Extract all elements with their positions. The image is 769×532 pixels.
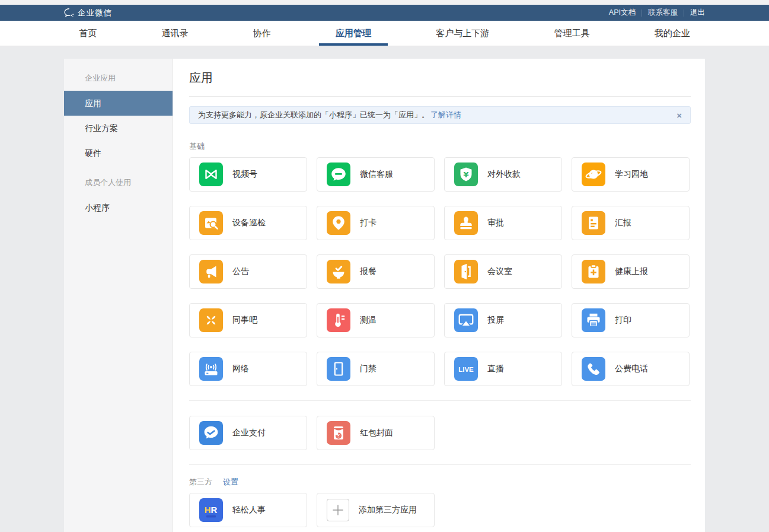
app-label: 投屏 [487, 315, 504, 326]
add-plus-icon [327, 498, 349, 522]
third-party-settings-link[interactable]: 设置 [223, 477, 238, 488]
app-card-free-call[interactable]: 公费电话 [572, 352, 690, 386]
nav-tab-app-management[interactable]: 应用管理 [332, 21, 375, 46]
app-label: 审批 [487, 218, 504, 228]
main-panel: 应用 为支持更多能力，原企业关联添加的「小程序」已统一为「应用」。了解详情 × … [173, 59, 706, 532]
section-divider [189, 400, 691, 401]
app-card-screen-cast[interactable]: 投屏 [444, 303, 562, 337]
topbar-link-contact-support[interactable]: 联系客服 [648, 8, 678, 18]
app-card-meeting-room[interactable]: 会议室 [444, 254, 562, 289]
app-label: 公费电话 [615, 364, 648, 374]
nav-tab-contacts[interactable]: 通讯录 [158, 21, 192, 46]
megaphone-icon [199, 260, 223, 283]
app-card-work-report[interactable]: 汇报 [572, 206, 690, 240]
app-label: 红包封面 [360, 428, 393, 438]
app-label: 网络 [232, 364, 249, 374]
topbar-links: API文档联系客服退出 [609, 8, 705, 18]
app-card-announcement[interactable]: 公告 [189, 254, 307, 289]
close-icon[interactable]: × [677, 111, 682, 120]
device-inspect-icon [199, 211, 223, 235]
live-icon: LIVE [454, 357, 478, 381]
pinwheel-icon [199, 308, 223, 332]
phone-icon [582, 357, 605, 381]
app-card-corp-pay[interactable]: 企业支付 [189, 416, 307, 450]
app-label: 测温 [360, 315, 376, 326]
app-label: 对外收款 [487, 169, 521, 180]
sidebar: 企业应用应用行业方案硬件成员个人使用小程序 [64, 59, 173, 532]
wecom-logo-text: 企业微信 [78, 8, 112, 18]
topbar: 企业微信 API文档联系客服退出 [0, 5, 769, 21]
app-card-network[interactable]: 网络 [189, 352, 307, 386]
wecom-bubble-icon [64, 8, 75, 18]
app-card-channels[interactable]: 视频号 [189, 157, 307, 192]
sidebar-item-industry-solutions[interactable]: 行业方案 [64, 116, 173, 141]
app-card-external-payment[interactable]: ¥对外收款 [444, 157, 562, 192]
nav-tab-home[interactable]: 首页 [75, 21, 100, 46]
planet-icon [582, 163, 605, 186]
nav-tab-my-enterprise[interactable]: 我的企业 [651, 21, 694, 46]
app-label: 打印 [615, 315, 631, 326]
svg-text:LIVE: LIVE [458, 366, 474, 373]
nav-tab-admin-tools[interactable]: 管理工具 [551, 21, 593, 46]
app-card-check-in[interactable]: 打卡 [317, 206, 435, 240]
browser-top-strip [0, 0, 769, 5]
app-label: 门禁 [360, 364, 376, 374]
app-label: 学习园地 [615, 169, 648, 180]
nav-tab-customers[interactable]: 客户与上下游 [432, 21, 493, 46]
app-card-colleague-bar[interactable]: 同事吧 [189, 303, 307, 337]
channels-icon [199, 163, 223, 186]
add-third-party-app-button[interactable]: 添加第三方应用 [317, 493, 435, 527]
app-card-health-report[interactable]: 健康上报 [572, 254, 690, 289]
app-card-print[interactable]: 打印 [572, 303, 690, 337]
app-card-door-access[interactable]: 门禁 [317, 352, 435, 386]
third-party-section-label: 第三方 [189, 477, 212, 488]
hr-icon: HR [199, 498, 223, 522]
svg-text:HR: HR [205, 505, 218, 515]
basic-section-label: 基础 [189, 141, 205, 152]
screen-cast-icon [454, 308, 478, 332]
app-card-meal-order[interactable]: 报餐 [317, 254, 435, 289]
app-card-easy-hr[interactable]: HR轻松人事 [189, 493, 307, 527]
red-packet-icon [327, 421, 350, 445]
notice-banner: 为支持更多能力，原企业关联添加的「小程序」已统一为「应用」。了解详情 × [189, 106, 691, 124]
learn-more-link[interactable]: 了解详情 [430, 110, 461, 120]
extra-apps-grid: 企业支付红包封面 [189, 416, 691, 464]
sidebar-item-apps[interactable]: 应用 [64, 91, 173, 116]
meal-bowl-icon [327, 260, 350, 283]
content-card: 企业应用应用行业方案硬件成员个人使用小程序 应用 为支持更多能力，原企业关联添加… [64, 59, 705, 532]
app-card-red-packet-cover[interactable]: 红包封面 [317, 416, 435, 450]
app-card-learning-base[interactable]: 学习园地 [572, 157, 690, 192]
app-label: 微信客服 [360, 169, 393, 180]
sidebar-item-mini-programs[interactable]: 小程序 [64, 195, 173, 220]
location-pin-icon [327, 211, 350, 235]
app-label: 轻松人事 [232, 505, 266, 515]
app-card-temperature[interactable]: 测温 [317, 303, 435, 337]
chat-bubble-icon [327, 163, 350, 186]
report-doc-icon [582, 211, 605, 235]
app-card-approval[interactable]: 审批 [444, 206, 562, 240]
router-icon [199, 357, 223, 381]
sidebar-group-header: 企业应用 [64, 61, 173, 91]
topbar-link-logout[interactable]: 退出 [690, 8, 705, 18]
section-divider [189, 464, 691, 465]
app-label: 视频号 [232, 169, 257, 180]
sidebar-item-hardware[interactable]: 硬件 [64, 141, 173, 165]
shield-yen-icon: ¥ [454, 163, 478, 186]
wxpay-icon [199, 421, 223, 445]
nav-tab-collaboration[interactable]: 协作 [250, 21, 275, 46]
app-label: 打卡 [360, 218, 376, 228]
topbar-link-api-docs[interactable]: API文档 [609, 8, 636, 18]
app-label: 企业支付 [232, 428, 266, 438]
basic-apps-grid: 视频号微信客服¥对外收款学习园地设备巡检打卡审批汇报公告报餐会议室健康上报同事吧… [189, 157, 691, 400]
sidebar-group-header: 成员个人使用 [64, 165, 173, 195]
app-label: 汇报 [615, 218, 631, 228]
wecom-logo[interactable]: 企业微信 [64, 8, 112, 18]
door-access-icon [327, 357, 350, 381]
app-label: 同事吧 [232, 315, 257, 326]
app-label: 设备巡检 [232, 218, 266, 228]
app-label: 健康上报 [615, 266, 648, 277]
app-card-wechat-customer-service[interactable]: 微信客服 [317, 157, 435, 192]
app-card-device-inspection[interactable]: 设备巡检 [189, 206, 307, 240]
app-card-live[interactable]: LIVE直播 [444, 352, 562, 386]
page-title: 应用 [189, 59, 691, 97]
